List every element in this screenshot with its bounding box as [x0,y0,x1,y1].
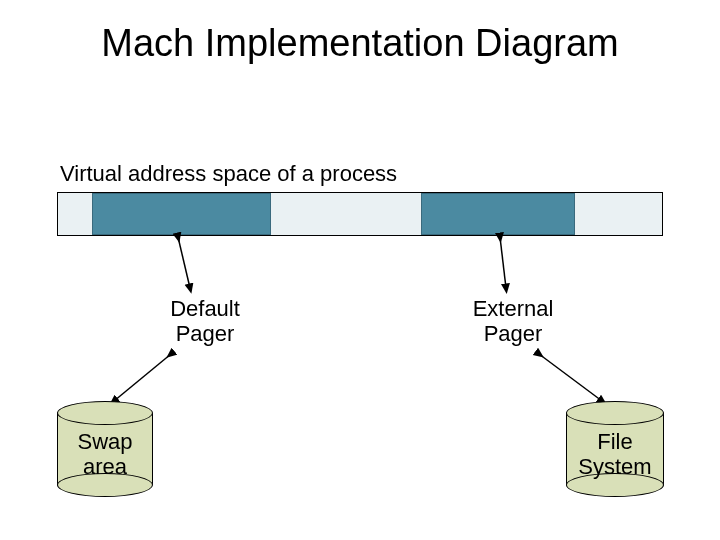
arrow-region-b-to-external-pager [500,237,506,288]
cylinder-top [566,401,664,425]
swap-line2: area [83,454,127,479]
arrow-external-pager-to-filesystem [539,354,602,401]
swap-line1: Swap [77,429,132,454]
default-pager-line2: Pager [176,321,235,346]
swap-area-label: Swap area [57,429,153,480]
arrow-default-pager-to-swap [114,354,171,401]
address-space-label: Virtual address space of a process [60,161,397,187]
cylinder-top [57,401,153,425]
default-pager-line1: Default [170,296,240,321]
memory-region-external-pager [421,193,575,235]
external-pager-line1: External [473,296,554,321]
swap-area-cylinder: Swap area [57,401,153,497]
external-pager-line2: Pager [484,321,543,346]
file-system-label: File System [566,429,664,480]
external-pager-label: External Pager [453,296,573,347]
diagram-title: Mach Implementation Diagram [0,22,720,65]
memory-region-default-pager [92,193,271,235]
arrow-region-a-to-default-pager [178,237,190,288]
default-pager-label: Default Pager [145,296,265,347]
fs-line2: System [578,454,651,479]
fs-line1: File [597,429,632,454]
file-system-cylinder: File System [566,401,664,497]
